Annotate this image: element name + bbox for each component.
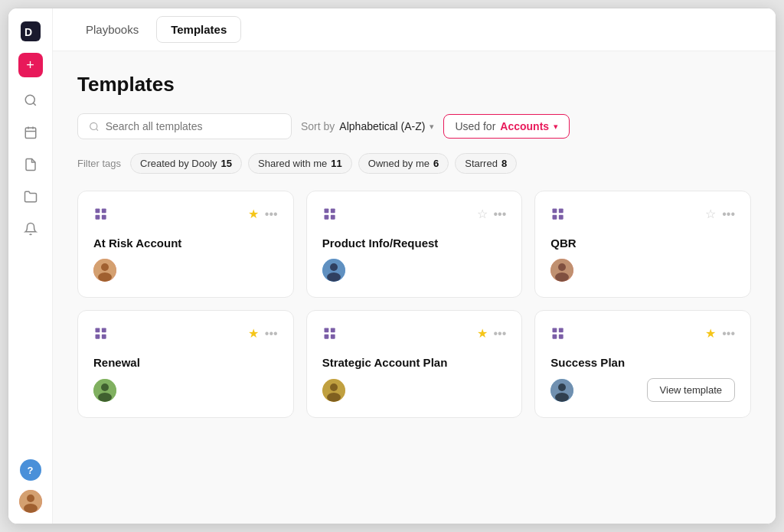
filter-tag-starred[interactable]: Starred 8 [455,153,517,174]
card-5-more-icon[interactable]: ••• [494,327,507,341]
svg-rect-29 [559,209,564,214]
svg-line-3 [33,103,35,105]
card-6-avatar [550,379,573,402]
used-for-label: Used for [455,120,495,132]
search-input[interactable] [106,120,280,132]
search-nav-icon[interactable] [17,86,44,114]
used-for-button[interactable]: Used for Accounts ▾ [443,114,570,139]
svg-point-18 [101,263,109,271]
svg-rect-41 [324,328,328,333]
card-5-star-icon[interactable]: ★ [477,326,488,341]
svg-point-32 [558,263,566,271]
svg-point-39 [101,383,109,391]
card-2-title: Product Info/Request [322,237,507,250]
sort-selector[interactable]: Sort by Alphabetical (A-Z) ▾ [301,120,434,132]
add-button[interactable]: + [18,53,43,77]
svg-rect-49 [553,335,557,339]
svg-rect-50 [559,328,564,333]
card-4-actions: ★ ••• [248,326,278,341]
card-3-actions: ☆ ••• [705,207,735,221]
svg-point-11 [90,122,97,129]
svg-rect-13 [96,209,100,214]
card-2-header: ☆ ••• [322,207,507,226]
card-6-icon [550,326,566,345]
sidebar: D + [8,8,53,524]
filter-tag-shared-count: 11 [331,158,341,169]
svg-rect-15 [102,209,106,214]
svg-rect-22 [330,209,335,214]
template-card-3: ☆ ••• QBR [534,191,751,298]
card-3-star-icon[interactable]: ☆ [705,207,716,221]
svg-rect-21 [324,215,328,220]
svg-rect-42 [324,335,328,339]
card-2-more-icon[interactable]: ••• [494,207,507,221]
filter-tag-created-label: Created by Dooly [140,158,217,169]
card-2-actions: ☆ ••• [477,207,507,221]
cards-grid: ★ ••• At Risk Account [77,191,751,418]
tab-templates[interactable]: Templates [156,16,241,43]
svg-point-53 [558,383,566,391]
card-6-star-icon[interactable]: ★ [705,326,716,341]
toolbar: Sort by Alphabetical (A-Z) ▾ Used for Ac… [77,113,751,139]
card-4-title: Renewal [93,356,278,369]
filter-tags: Filter tags Created by Dooly 15 Shared w… [77,153,751,174]
card-1-icon [93,207,109,226]
card-4-star-icon[interactable]: ★ [248,326,259,341]
page-title: Templates [77,73,751,96]
card-6-title: Success Plan [550,356,735,369]
filter-tag-shared[interactable]: Shared with me 11 [248,153,352,174]
calendar-nav-icon[interactable] [17,119,44,146]
filter-tag-owned[interactable]: Owned by me 6 [358,153,449,174]
view-template-button[interactable]: View template [647,378,735,402]
card-1-footer [93,259,278,282]
tab-playbooks[interactable]: Playbooks [71,16,153,43]
svg-rect-14 [96,215,100,220]
help-button[interactable]: ? [20,459,41,481]
template-card-5: ★ ••• Strategic Account Plan [306,310,523,418]
card-1-star-icon[interactable]: ★ [248,207,259,221]
template-card-1: ★ ••• At Risk Account [77,191,294,298]
filter-tag-created-count: 15 [221,158,232,169]
svg-point-54 [555,393,569,402]
card-4-more-icon[interactable]: ••• [265,327,278,341]
card-3-more-icon[interactable]: ••• [722,207,735,221]
card-1-more-icon[interactable]: ••• [265,207,278,221]
card-6-more-icon[interactable]: ••• [722,327,735,341]
svg-point-25 [330,263,338,271]
card-6-header: ★ ••• [550,326,735,345]
svg-point-47 [327,393,341,402]
sort-label: Sort by [301,120,335,132]
svg-point-19 [98,273,112,282]
svg-rect-37 [102,335,106,339]
filter-tag-owned-count: 6 [433,158,439,169]
filter-tag-starred-label: Starred [465,158,498,169]
svg-point-9 [27,494,34,502]
template-card-4: ★ ••• Renewal [77,310,294,418]
page-body: Templates Sort by Alphabetical (A-Z) ▾ U… [53,51,776,524]
folder-nav-icon[interactable] [17,183,44,211]
card-2-star-icon[interactable]: ☆ [477,207,488,221]
bell-nav-icon[interactable] [17,215,44,243]
svg-point-46 [330,383,338,391]
card-5-header: ★ ••• [322,326,507,345]
search-box[interactable] [77,113,292,139]
tab-bar: Playbooks Templates [53,8,776,51]
sort-chevron-icon: ▾ [430,122,434,132]
filter-tag-starred-count: 8 [501,158,507,169]
svg-line-12 [96,129,98,130]
svg-text:D: D [24,26,32,38]
card-2-footer [322,259,507,282]
card-5-actions: ★ ••• [477,326,507,341]
user-avatar[interactable] [19,490,42,513]
svg-rect-34 [96,328,100,333]
svg-point-2 [25,95,34,104]
card-3-title: QBR [550,237,735,250]
document-nav-icon[interactable] [17,151,44,178]
svg-rect-43 [330,328,335,333]
svg-rect-27 [553,209,557,214]
filter-tag-created[interactable]: Created by Dooly 15 [130,153,242,174]
svg-point-26 [327,273,341,282]
svg-rect-36 [102,328,106,333]
svg-rect-28 [553,215,557,220]
card-5-footer [322,379,507,402]
